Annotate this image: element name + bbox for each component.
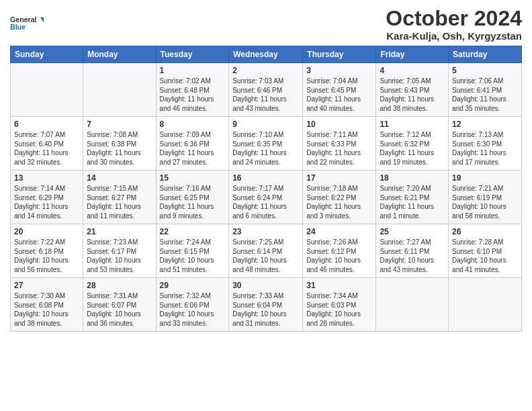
day-cell: 6Sunrise: 7:07 AMSunset: 6:40 PMDaylight… [11, 117, 83, 171]
day-cell: 15Sunrise: 7:16 AMSunset: 6:25 PMDayligh… [156, 171, 229, 224]
day-cell: 10Sunrise: 7:11 AMSunset: 6:33 PMDayligh… [303, 117, 376, 171]
day-info: Sunrise: 7:13 AMSunset: 6:30 PMDaylight:… [452, 130, 518, 167]
day-cell: 2Sunrise: 7:03 AMSunset: 6:46 PMDaylight… [229, 63, 303, 117]
day-cell [449, 278, 522, 332]
day-info: Sunrise: 7:26 AMSunset: 6:12 PMDaylight:… [306, 238, 372, 274]
header-day-monday: Monday [83, 46, 156, 63]
day-cell: 26Sunrise: 7:28 AMSunset: 6:10 PMDayligh… [449, 224, 522, 278]
day-number: 26 [452, 227, 518, 236]
week-row-3: 13Sunrise: 7:14 AMSunset: 6:29 PMDayligh… [11, 171, 522, 224]
day-cell: 3Sunrise: 7:04 AMSunset: 6:45 PMDaylight… [303, 63, 376, 117]
day-info: Sunrise: 7:11 AMSunset: 6:33 PMDaylight:… [306, 130, 372, 167]
week-row-2: 6Sunrise: 7:07 AMSunset: 6:40 PMDaylight… [11, 117, 522, 171]
day-info: Sunrise: 7:07 AMSunset: 6:40 PMDaylight:… [14, 130, 79, 167]
day-number: 10 [306, 120, 372, 129]
day-cell: 8Sunrise: 7:09 AMSunset: 6:36 PMDaylight… [156, 117, 229, 171]
day-info: Sunrise: 7:16 AMSunset: 6:25 PMDaylight:… [160, 184, 226, 220]
day-number: 15 [160, 173, 226, 183]
header-day-thursday: Thursday [303, 46, 376, 63]
day-info: Sunrise: 7:17 AMSunset: 6:24 PMDaylight:… [232, 184, 299, 220]
day-number: 29 [160, 281, 226, 290]
day-info: Sunrise: 7:21 AMSunset: 6:19 PMDaylight:… [452, 184, 518, 220]
day-cell [11, 63, 83, 117]
day-number: 23 [232, 227, 299, 236]
title-block: October 2024 Kara-Kulja, Osh, Kyrgyzstan [386, 7, 522, 42]
week-row-5: 27Sunrise: 7:30 AMSunset: 6:08 PMDayligh… [11, 278, 522, 332]
day-info: Sunrise: 7:34 AMSunset: 6:03 PMDaylight:… [306, 291, 372, 328]
day-info: Sunrise: 7:03 AMSunset: 6:46 PMDaylight:… [232, 77, 299, 113]
svg-text:General: General [10, 15, 37, 24]
svg-text:Blue: Blue [10, 23, 26, 31]
day-cell: 9Sunrise: 7:10 AMSunset: 6:35 PMDaylight… [229, 117, 303, 171]
day-cell: 14Sunrise: 7:15 AMSunset: 6:27 PMDayligh… [83, 171, 156, 224]
day-number: 8 [160, 120, 226, 129]
day-cell: 22Sunrise: 7:24 AMSunset: 6:15 PMDayligh… [156, 224, 229, 278]
month-title: October 2024 [386, 7, 522, 30]
day-number: 12 [452, 120, 518, 129]
day-info: Sunrise: 7:15 AMSunset: 6:27 PMDaylight:… [87, 184, 152, 220]
day-number: 4 [380, 66, 445, 75]
day-number: 14 [87, 173, 152, 183]
day-number: 16 [232, 173, 299, 183]
header-row: SundayMondayTuesdayWednesdayThursdayFrid… [11, 46, 522, 63]
day-number: 24 [306, 227, 372, 236]
header-day-friday: Friday [376, 46, 449, 63]
day-number: 2 [232, 66, 299, 75]
day-cell: 29Sunrise: 7:32 AMSunset: 6:06 PMDayligh… [156, 278, 229, 332]
header-day-tuesday: Tuesday [156, 46, 229, 63]
day-number: 31 [306, 281, 372, 290]
day-info: Sunrise: 7:22 AMSunset: 6:18 PMDaylight:… [14, 238, 79, 274]
day-cell: 19Sunrise: 7:21 AMSunset: 6:19 PMDayligh… [449, 171, 522, 224]
day-info: Sunrise: 7:25 AMSunset: 6:14 PMDaylight:… [232, 238, 299, 274]
week-row-4: 20Sunrise: 7:22 AMSunset: 6:18 PMDayligh… [11, 224, 522, 278]
day-number: 5 [452, 66, 518, 75]
day-number: 20 [14, 227, 79, 236]
day-info: Sunrise: 7:30 AMSunset: 6:08 PMDaylight:… [14, 291, 79, 328]
header: General Blue October 2024 Kara-Kulja, Os… [10, 7, 522, 42]
day-info: Sunrise: 7:04 AMSunset: 6:45 PMDaylight:… [306, 77, 372, 113]
day-info: Sunrise: 7:12 AMSunset: 6:32 PMDaylight:… [380, 130, 445, 167]
day-cell: 12Sunrise: 7:13 AMSunset: 6:30 PMDayligh… [449, 117, 522, 171]
day-number: 25 [380, 227, 445, 236]
day-info: Sunrise: 7:06 AMSunset: 6:41 PMDaylight:… [452, 77, 518, 113]
day-cell: 23Sunrise: 7:25 AMSunset: 6:14 PMDayligh… [229, 224, 303, 278]
day-cell [376, 278, 449, 332]
logo: General Blue [10, 9, 44, 38]
day-cell: 16Sunrise: 7:17 AMSunset: 6:24 PMDayligh… [229, 171, 303, 224]
day-info: Sunrise: 7:05 AMSunset: 6:43 PMDaylight:… [380, 77, 445, 113]
day-cell: 30Sunrise: 7:33 AMSunset: 6:04 PMDayligh… [229, 278, 303, 332]
day-cell: 27Sunrise: 7:30 AMSunset: 6:08 PMDayligh… [11, 278, 83, 332]
day-info: Sunrise: 7:23 AMSunset: 6:17 PMDaylight:… [87, 238, 152, 274]
day-info: Sunrise: 7:08 AMSunset: 6:38 PMDaylight:… [87, 130, 152, 167]
day-cell: 1Sunrise: 7:02 AMSunset: 6:48 PMDaylight… [156, 63, 229, 117]
calendar-table: SundayMondayTuesdayWednesdayThursdayFrid… [10, 46, 522, 332]
day-cell [83, 63, 156, 117]
day-number: 3 [306, 66, 372, 75]
day-cell: 24Sunrise: 7:26 AMSunset: 6:12 PMDayligh… [303, 224, 376, 278]
day-cell: 11Sunrise: 7:12 AMSunset: 6:32 PMDayligh… [376, 117, 449, 171]
day-cell: 13Sunrise: 7:14 AMSunset: 6:29 PMDayligh… [11, 171, 83, 224]
day-number: 6 [14, 120, 79, 129]
header-day-wednesday: Wednesday [229, 46, 303, 63]
day-info: Sunrise: 7:28 AMSunset: 6:10 PMDaylight:… [452, 238, 518, 274]
day-info: Sunrise: 7:33 AMSunset: 6:04 PMDaylight:… [232, 291, 299, 328]
day-number: 28 [87, 281, 152, 290]
day-info: Sunrise: 7:02 AMSunset: 6:48 PMDaylight:… [160, 77, 226, 113]
day-info: Sunrise: 7:32 AMSunset: 6:06 PMDaylight:… [160, 291, 226, 328]
day-number: 17 [306, 173, 372, 183]
day-number: 18 [380, 173, 445, 183]
day-cell: 17Sunrise: 7:18 AMSunset: 6:22 PMDayligh… [303, 171, 376, 224]
day-cell: 7Sunrise: 7:08 AMSunset: 6:38 PMDaylight… [83, 117, 156, 171]
day-info: Sunrise: 7:20 AMSunset: 6:21 PMDaylight:… [380, 184, 445, 220]
day-number: 30 [232, 281, 299, 290]
header-day-saturday: Saturday [449, 46, 522, 63]
day-cell: 28Sunrise: 7:31 AMSunset: 6:07 PMDayligh… [83, 278, 156, 332]
day-cell: 31Sunrise: 7:34 AMSunset: 6:03 PMDayligh… [303, 278, 376, 332]
day-info: Sunrise: 7:31 AMSunset: 6:07 PMDaylight:… [87, 291, 152, 328]
day-info: Sunrise: 7:24 AMSunset: 6:15 PMDaylight:… [160, 238, 226, 274]
day-number: 13 [14, 173, 79, 183]
logo-svg: General Blue [10, 9, 44, 38]
day-cell: 25Sunrise: 7:27 AMSunset: 6:11 PMDayligh… [376, 224, 449, 278]
day-info: Sunrise: 7:09 AMSunset: 6:36 PMDaylight:… [160, 130, 226, 167]
day-cell: 18Sunrise: 7:20 AMSunset: 6:21 PMDayligh… [376, 171, 449, 224]
